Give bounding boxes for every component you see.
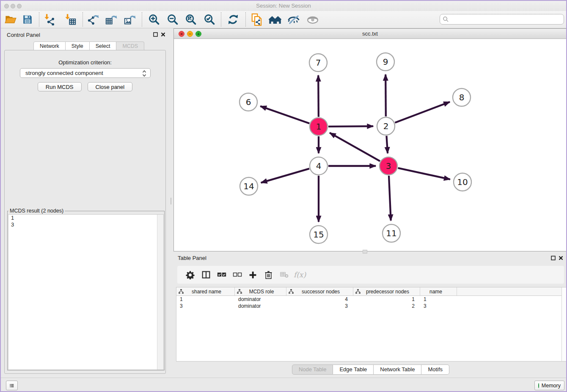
column-header-shared-name[interactable]: shared name bbox=[176, 287, 235, 295]
toolbar-separator bbox=[142, 12, 142, 27]
export-image-icon[interactable] bbox=[124, 13, 136, 26]
memory-button[interactable]: Memory bbox=[534, 381, 564, 390]
mcds-result-list[interactable]: 13 bbox=[8, 214, 164, 370]
apply-function-icon: f(x) bbox=[292, 268, 308, 281]
tab-edge-table[interactable]: Edge Table bbox=[333, 364, 374, 375]
export-network-icon[interactable] bbox=[87, 13, 99, 26]
network-view-window: × − + scc.txt 7968124314101511 bbox=[173, 28, 567, 251]
graph-edge-2-8[interactable] bbox=[395, 102, 450, 123]
node-table: shared nameMCDS rolesuccessor nodesprede… bbox=[176, 287, 567, 362]
tab-select[interactable]: Select bbox=[90, 41, 117, 50]
select-stepper-icon bbox=[142, 70, 146, 78]
graph-node-label-3: 3 bbox=[386, 161, 391, 171]
graph-edge-1-6[interactable] bbox=[260, 106, 309, 124]
delete-columns-icon[interactable] bbox=[261, 268, 276, 281]
deselect-all-rows-icon[interactable] bbox=[229, 268, 245, 281]
table-scrollbar[interactable] bbox=[561, 287, 567, 361]
table-cell: 2 bbox=[353, 303, 420, 309]
column-header-name[interactable]: name bbox=[420, 287, 457, 295]
graph-edge-2-9[interactable] bbox=[385, 75, 386, 116]
save-session-icon[interactable] bbox=[21, 13, 34, 26]
column-header-label: shared name bbox=[184, 289, 234, 295]
column-header-MCDS-role[interactable]: MCDS role bbox=[235, 287, 286, 295]
toolbar-separator bbox=[221, 12, 221, 27]
table-cell: 3 bbox=[176, 303, 235, 309]
graph-edge-3-1[interactable] bbox=[330, 133, 380, 161]
search-box[interactable] bbox=[440, 14, 564, 25]
graph-edge-3-11[interactable] bbox=[389, 176, 391, 221]
new-network-from-selection-icon[interactable] bbox=[250, 13, 263, 26]
zoom-in-icon[interactable] bbox=[148, 13, 160, 26]
graph-node-label-8: 8 bbox=[459, 92, 465, 102]
zoom-fit-icon[interactable] bbox=[184, 13, 197, 26]
add-column-icon[interactable] bbox=[245, 268, 261, 281]
control-panel: Control Panel Network Style Select MCDS … bbox=[1, 28, 169, 378]
tab-mcds[interactable]: MCDS bbox=[116, 41, 144, 50]
column-header-successor-nodes[interactable]: successor nodes bbox=[286, 287, 353, 295]
toolbar-separator bbox=[83, 12, 83, 27]
search-icon bbox=[443, 16, 449, 22]
select-all-rows-icon[interactable] bbox=[214, 268, 229, 281]
table-toolbar: f(x) bbox=[177, 266, 564, 284]
graph-edge-1-7[interactable] bbox=[318, 75, 319, 117]
table-row[interactable]: 1dominator411 bbox=[176, 296, 567, 303]
column-header-filler bbox=[457, 287, 567, 295]
task-history-button[interactable] bbox=[6, 381, 18, 390]
graph-edge-4-14[interactable] bbox=[261, 168, 309, 182]
search-input[interactable] bbox=[451, 15, 564, 24]
network-canvas[interactable]: 7968124314101511 bbox=[174, 39, 566, 251]
column-header-predecessor-nodes[interactable]: predecessor nodes bbox=[353, 287, 420, 295]
graph-edge-3-10[interactable] bbox=[398, 168, 450, 179]
tab-style[interactable]: Style bbox=[66, 41, 90, 50]
apply-layout-icon[interactable] bbox=[227, 13, 239, 26]
control-panel-tabs: Network Style Select MCDS bbox=[33, 41, 144, 50]
table-settings-gear-icon[interactable] bbox=[182, 268, 198, 281]
result-line: 3 bbox=[8, 221, 163, 228]
table-cell: 1 bbox=[353, 296, 420, 303]
tab-motifs[interactable]: Motifs bbox=[421, 364, 449, 375]
table-row[interactable]: 3dominator323 bbox=[176, 303, 567, 309]
column-header-label: successor nodes bbox=[294, 289, 353, 295]
run-mcds-button[interactable]: Run MCDS bbox=[38, 82, 82, 91]
table-cell: dominator bbox=[235, 296, 286, 303]
delete-table-icon bbox=[276, 268, 292, 281]
graph-node-label-15: 15 bbox=[313, 229, 324, 240]
network-window-title: scc.txt bbox=[174, 30, 566, 37]
zoom-out-icon[interactable] bbox=[166, 13, 179, 26]
mcds-panel-body: Optimization criterion: strongly connect… bbox=[4, 50, 166, 374]
close-panel-button[interactable]: Close panel bbox=[88, 82, 133, 91]
criterion-select[interactable]: strongly connected component bbox=[20, 68, 151, 78]
table-cell: 3 bbox=[286, 303, 353, 309]
first-neighbors-icon[interactable] bbox=[269, 13, 281, 26]
graph-node-label-6: 6 bbox=[246, 97, 251, 107]
graph-edge-2-3[interactable] bbox=[386, 136, 388, 153]
memory-label: Memory bbox=[542, 383, 561, 389]
table-cell: dominator bbox=[235, 303, 286, 309]
import-table-icon[interactable] bbox=[64, 13, 77, 26]
tab-network-table[interactable]: Network Table bbox=[374, 364, 421, 375]
export-table-icon[interactable] bbox=[105, 13, 118, 26]
main-toolbar bbox=[1, 11, 566, 28]
close-table-panel-icon[interactable] bbox=[558, 255, 564, 261]
column-browser-icon[interactable] bbox=[198, 268, 214, 281]
table-cell: 1 bbox=[176, 296, 235, 303]
optimization-criterion-label: Optimization criterion: bbox=[5, 59, 165, 66]
column-header-label: name bbox=[420, 289, 457, 295]
zoom-selected-icon[interactable] bbox=[203, 13, 216, 26]
hide-selected-icon[interactable] bbox=[287, 13, 300, 26]
graph-node-label-9: 9 bbox=[383, 57, 388, 67]
import-network-icon[interactable] bbox=[43, 13, 56, 26]
close-panel-icon[interactable] bbox=[160, 32, 166, 37]
graph-node-label-1: 1 bbox=[316, 121, 322, 132]
graph-edge-1-2[interactable] bbox=[328, 126, 373, 127]
tab-node-table[interactable]: Node Table bbox=[292, 364, 333, 375]
column-type-icon bbox=[237, 289, 242, 294]
window-title: Session: New Session bbox=[1, 3, 566, 9]
float-table-panel-icon[interactable] bbox=[550, 255, 556, 261]
float-panel-icon[interactable] bbox=[153, 32, 158, 37]
open-session-icon[interactable] bbox=[4, 13, 17, 26]
tab-network[interactable]: Network bbox=[33, 41, 66, 50]
mcds-result-group: MCDS result (2 nodes) 13 bbox=[7, 208, 165, 370]
mcds-result-title: MCDS result (2 nodes) bbox=[8, 208, 65, 214]
result-scrollbar[interactable] bbox=[157, 215, 163, 370]
